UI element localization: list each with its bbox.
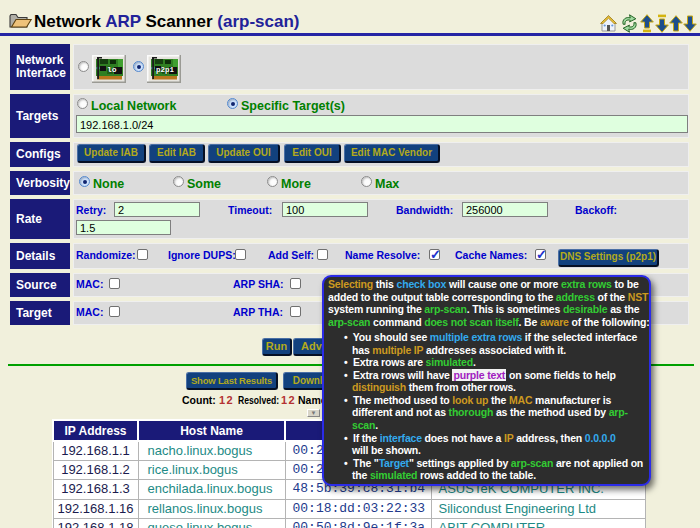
svg-text:p2p1: p2p1 bbox=[156, 66, 175, 74]
svg-text:lo: lo bbox=[107, 65, 117, 74]
